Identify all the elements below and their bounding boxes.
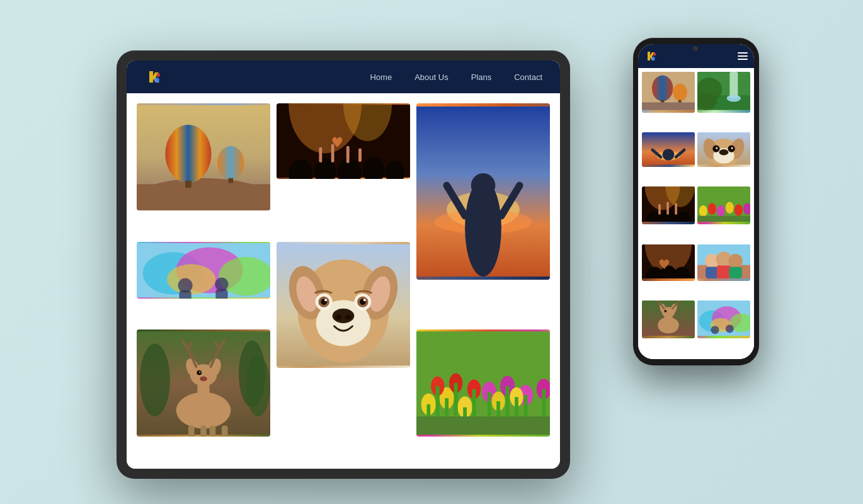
svg-point-100 bbox=[652, 76, 673, 101]
svg-point-98 bbox=[653, 53, 656, 56]
svg-rect-85 bbox=[488, 392, 491, 417]
photo-concert[interactable] bbox=[277, 103, 410, 179]
phone-photo-powder[interactable] bbox=[697, 301, 750, 338]
svg-rect-20 bbox=[358, 149, 362, 162]
svg-point-137 bbox=[708, 203, 716, 215]
svg-rect-83 bbox=[472, 389, 476, 416]
svg-point-54 bbox=[363, 299, 366, 301]
svg-point-66 bbox=[200, 377, 207, 382]
svg-point-50 bbox=[324, 299, 327, 301]
tablet-photo-grid bbox=[127, 93, 560, 469]
nav-about[interactable]: About Us bbox=[414, 72, 448, 82]
svg-point-56 bbox=[140, 344, 170, 417]
svg-rect-69 bbox=[210, 426, 216, 437]
phone-device bbox=[633, 38, 759, 365]
svg-point-44 bbox=[333, 308, 355, 323]
svg-rect-81 bbox=[454, 383, 458, 416]
photo-deer[interactable] bbox=[137, 329, 270, 437]
svg-rect-17 bbox=[319, 147, 322, 163]
svg-point-65 bbox=[199, 372, 200, 373]
svg-point-0 bbox=[154, 77, 159, 83]
svg-point-154 bbox=[728, 254, 742, 268]
svg-point-46 bbox=[345, 314, 351, 319]
svg-point-139 bbox=[726, 202, 734, 214]
svg-point-32 bbox=[167, 264, 215, 294]
svg-point-113 bbox=[663, 149, 675, 161]
photo-balloons[interactable] bbox=[137, 103, 270, 210]
phone-photo-friends[interactable] bbox=[697, 244, 750, 281]
svg-rect-142 bbox=[697, 216, 750, 222]
scene: Home About Us Plans Contact bbox=[85, 19, 778, 485]
svg-point-64 bbox=[197, 370, 202, 375]
svg-point-138 bbox=[717, 205, 725, 217]
photo-dog[interactable] bbox=[277, 242, 410, 368]
svg-rect-132 bbox=[658, 204, 661, 215]
svg-point-35 bbox=[215, 277, 228, 290]
svg-rect-151 bbox=[706, 266, 719, 278]
svg-point-97 bbox=[651, 57, 655, 60]
photo-tulips[interactable] bbox=[416, 329, 550, 437]
svg-rect-67 bbox=[188, 426, 195, 437]
tablet-navbar: Home About Us Plans Contact bbox=[127, 60, 560, 93]
photo-powder[interactable] bbox=[137, 242, 270, 299]
svg-point-1 bbox=[156, 73, 160, 77]
hamburger-menu[interactable] bbox=[738, 52, 748, 60]
svg-point-102 bbox=[673, 84, 687, 101]
phone-photo-concert2[interactable] bbox=[642, 244, 695, 281]
svg-rect-34 bbox=[179, 290, 191, 298]
svg-point-140 bbox=[734, 204, 743, 216]
phone-photo-deer[interactable] bbox=[642, 301, 695, 338]
svg-rect-79 bbox=[436, 386, 440, 416]
nav-home[interactable]: Home bbox=[370, 72, 392, 82]
svg-rect-70 bbox=[222, 426, 228, 437]
phone-photo-balloons[interactable] bbox=[642, 72, 695, 113]
nav-plans[interactable]: Plans bbox=[471, 72, 492, 82]
svg-rect-153 bbox=[717, 265, 731, 278]
svg-rect-36 bbox=[215, 289, 227, 299]
phone-camera bbox=[693, 46, 698, 51]
svg-rect-87 bbox=[506, 386, 510, 416]
svg-point-108 bbox=[727, 94, 741, 101]
tablet-logo bbox=[144, 67, 163, 86]
phone-logo bbox=[644, 49, 658, 63]
svg-point-5 bbox=[165, 125, 211, 183]
phone-photo-dog[interactable] bbox=[697, 132, 750, 167]
svg-rect-4 bbox=[137, 184, 270, 209]
svg-point-45 bbox=[335, 314, 341, 319]
svg-point-169 bbox=[726, 324, 734, 333]
svg-rect-19 bbox=[346, 146, 350, 163]
svg-rect-134 bbox=[675, 203, 677, 215]
svg-point-125 bbox=[731, 147, 733, 149]
svg-rect-6 bbox=[185, 181, 191, 188]
svg-point-162 bbox=[664, 310, 666, 312]
svg-rect-8 bbox=[229, 178, 234, 183]
svg-point-25 bbox=[471, 173, 496, 198]
photo-person-sunset[interactable] bbox=[416, 103, 550, 280]
phone-photo-concert-people[interactable] bbox=[642, 186, 695, 224]
svg-rect-104 bbox=[642, 103, 695, 110]
tablet-nav-links: Home About Us Plans Contact bbox=[370, 72, 542, 82]
svg-rect-68 bbox=[200, 426, 207, 437]
phone-photo-sunset[interactable] bbox=[642, 132, 695, 167]
svg-rect-107 bbox=[729, 72, 738, 98]
svg-point-136 bbox=[699, 205, 707, 217]
svg-point-121 bbox=[719, 149, 729, 155]
svg-point-168 bbox=[711, 326, 719, 334]
svg-rect-18 bbox=[331, 144, 334, 163]
svg-point-7 bbox=[217, 146, 244, 180]
tablet-device: Home About Us Plans Contact bbox=[117, 50, 570, 479]
phone-screen bbox=[638, 44, 754, 359]
tablet-screen: Home About Us Plans Contact bbox=[127, 60, 560, 469]
svg-rect-155 bbox=[729, 266, 742, 278]
phone-photo-tulips[interactable] bbox=[697, 186, 750, 224]
svg-rect-91 bbox=[542, 389, 546, 416]
phone-photo-waterfall[interactable] bbox=[697, 72, 750, 113]
phone-photo-grid bbox=[638, 68, 754, 359]
svg-point-123 bbox=[716, 147, 717, 149]
svg-rect-89 bbox=[524, 396, 528, 417]
svg-point-58 bbox=[246, 356, 270, 416]
svg-rect-96 bbox=[416, 416, 550, 435]
svg-rect-133 bbox=[666, 202, 669, 215]
nav-contact[interactable]: Contact bbox=[514, 72, 542, 82]
